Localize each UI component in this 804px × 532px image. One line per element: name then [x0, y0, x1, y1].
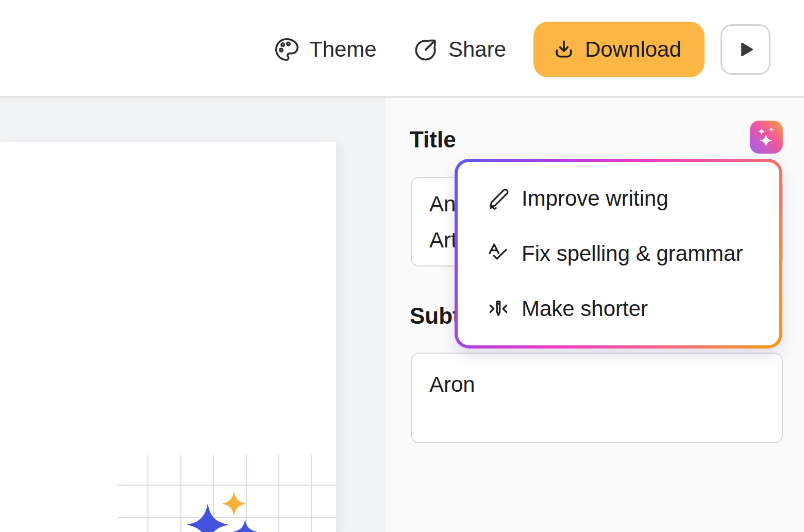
- present-button[interactable]: [721, 24, 770, 75]
- subtitle-input[interactable]: Aron: [411, 353, 783, 443]
- sparkles-icon: [753, 124, 780, 151]
- ai-writing-menu-list: Improve writing Fix spelling & grammar: [458, 162, 779, 345]
- menu-item-label: Fix spelling & grammar: [522, 241, 743, 266]
- grid-line: [311, 455, 312, 532]
- download-button-label: Download: [585, 37, 681, 62]
- text-properties-panel: Title An Art Subtitle Aron: [385, 98, 804, 532]
- grid-line: [180, 455, 181, 532]
- theme-button-label: Theme: [309, 37, 377, 62]
- spellcheck-icon: [487, 242, 510, 265]
- menu-item-make-shorter[interactable]: Make shorter: [458, 281, 779, 337]
- blue-sparkle-shape-large[interactable]: [187, 504, 229, 532]
- grid-line: [118, 485, 336, 486]
- shorten-icon: [487, 297, 510, 321]
- app-window: Theme Share Download: [0, 0, 804, 532]
- subtitle-input-value: Aron: [429, 368, 764, 401]
- menu-item-label: Improve writing: [522, 186, 668, 211]
- grid-line: [278, 455, 279, 532]
- palette-icon: [273, 36, 300, 63]
- design-page[interactable]: [0, 142, 336, 532]
- share-button[interactable]: Share: [412, 30, 506, 69]
- download-icon: [552, 38, 576, 61]
- theme-button[interactable]: Theme: [273, 30, 377, 69]
- download-button[interactable]: Download: [533, 22, 705, 77]
- ai-writing-menu: Improve writing Fix spelling & grammar: [455, 159, 782, 348]
- play-icon: [734, 38, 757, 61]
- grid-line: [147, 455, 148, 532]
- ai-assistant-button[interactable]: [750, 121, 783, 154]
- top-toolbar: Theme Share Download: [0, 0, 804, 98]
- share-icon: [412, 36, 439, 63]
- menu-item-improve-writing[interactable]: Improve writing: [458, 171, 779, 226]
- share-button-label: Share: [448, 37, 506, 62]
- menu-item-fix-spelling[interactable]: Fix spelling & grammar: [458, 226, 779, 281]
- title-field-label: Title: [410, 127, 456, 153]
- blue-sparkle-shape-small[interactable]: [233, 520, 257, 532]
- pen-squiggle-icon: [487, 187, 510, 210]
- editor-canvas: [0, 98, 385, 532]
- menu-item-label: Make shorter: [522, 296, 648, 321]
